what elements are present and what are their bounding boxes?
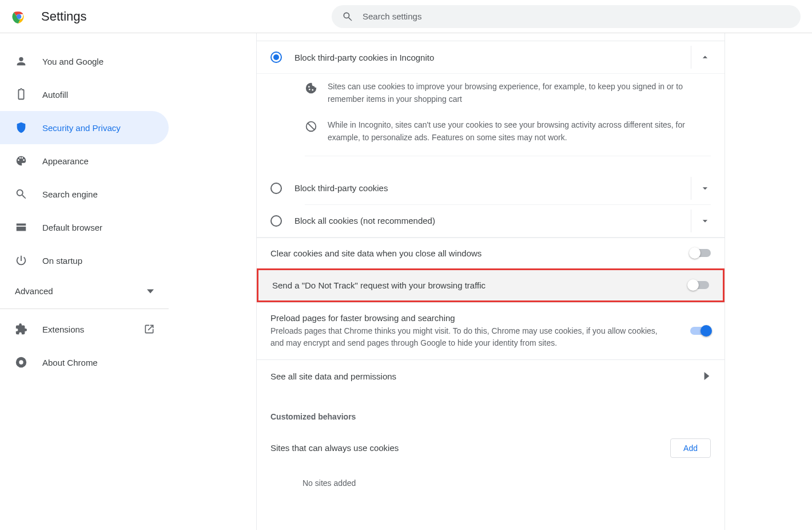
palette-icon [15, 155, 27, 167]
block-icon [305, 120, 317, 133]
divider [691, 209, 691, 232]
option-label: Block third-party cookies in Incognito [294, 53, 434, 62]
page-title: Settings [41, 9, 87, 24]
sidebar-item-label: Autofill [42, 90, 68, 100]
detail-entry-block: While in Incognito, sites can't use your… [305, 112, 711, 151]
clipboard-icon [15, 88, 27, 101]
divider [691, 177, 691, 200]
setting-description: Preloads pages that Chrome thinks you mi… [270, 325, 671, 349]
chevron-down-icon[interactable] [699, 215, 711, 227]
search-container[interactable] [332, 5, 801, 28]
setting-label: Preload pages for faster browsing and se… [270, 313, 671, 323]
sidebar-item-default-browser[interactable]: Default browser [0, 211, 169, 244]
option-label: Block all cookies (not recommended) [294, 216, 435, 226]
no-sites-note: No sites added [257, 467, 725, 499]
chevron-right-icon [703, 372, 711, 380]
chevron-up-icon[interactable] [699, 52, 711, 63]
sidebar: You and Google Autofill Security and Pri… [0, 33, 169, 530]
sidebar-item-on-startup[interactable]: On startup [0, 244, 169, 277]
cookie-option-block-all[interactable]: Block all cookies (not recommended) [257, 205, 725, 238]
open-in-new-icon [144, 323, 155, 335]
see-all-site-data-link[interactable]: See all site data and permissions [257, 359, 725, 393]
option-detail-block: Sites can use cookies to improve your br… [257, 74, 725, 172]
sidebar-item-label: You and Google [42, 57, 104, 66]
sidebar-item-autofill[interactable]: Autofill [0, 78, 169, 111]
setting-label: Clear cookies and site data when you clo… [270, 248, 481, 258]
setting-label: Send a "Do Not Track" request with your … [272, 280, 485, 290]
main-content: Block third-party cookies in Incognito S… [169, 33, 812, 530]
divider [305, 156, 711, 156]
shield-icon [15, 121, 27, 134]
sidebar-item-label: Extensions [42, 325, 84, 334]
sidebar-item-about-chrome[interactable]: About Chrome [0, 346, 169, 379]
power-icon [15, 254, 27, 267]
detail-text: While in Incognito, sites can't use your… [328, 119, 711, 144]
setting-preload-pages[interactable]: Preload pages for faster browsing and se… [257, 302, 725, 359]
cookie-option-block-incognito[interactable]: Block third-party cookies in Incognito [257, 41, 725, 74]
sidebar-item-label: Appearance [42, 156, 89, 166]
sidebar-item-label: Default browser [42, 223, 102, 232]
link-label: See all site data and permissions [270, 371, 396, 381]
caret-down-icon [147, 288, 154, 295]
sidebar-item-label: About Chrome [42, 358, 98, 367]
sidebar-divider [0, 308, 169, 309]
advanced-label: Advanced [15, 286, 53, 296]
section-heading-customized: Customized behaviors [257, 393, 725, 429]
svg-point-4 [19, 360, 23, 364]
sidebar-item-extensions[interactable]: Extensions [0, 313, 169, 346]
toggle-off[interactable] [688, 281, 709, 289]
setting-clear-on-close[interactable]: Clear cookies and site data when you clo… [257, 238, 725, 268]
chevron-down-icon[interactable] [699, 183, 711, 194]
radio-unselected[interactable] [270, 183, 282, 194]
cookie-icon [305, 82, 317, 94]
divider [691, 46, 691, 69]
sub-row-label: Sites that can always use cookies [270, 443, 399, 453]
sidebar-item-search-engine[interactable]: Search engine [0, 177, 169, 211]
detail-entry-cookie: Sites can use cookies to improve your br… [305, 74, 711, 112]
sidebar-item-label: On startup [42, 256, 82, 266]
sidebar-item-appearance[interactable]: Appearance [0, 144, 169, 177]
sidebar-advanced-toggle[interactable]: Advanced [0, 277, 169, 305]
search-input[interactable] [363, 11, 790, 21]
sidebar-item-label: Search engine [42, 189, 98, 199]
chrome-icon [15, 356, 27, 369]
setting-do-not-track[interactable]: Send a "Do Not Track" request with your … [257, 268, 725, 302]
detail-text: Sites can use cookies to improve your br… [328, 81, 711, 105]
add-button[interactable]: Add [670, 438, 711, 458]
svg-point-2 [17, 15, 21, 18]
app-header: Settings [0, 0, 812, 33]
chrome-logo-icon [11, 9, 26, 24]
sidebar-item-label: Security and Privacy [42, 123, 121, 133]
settings-panel: Block third-party cookies in Incognito S… [256, 33, 725, 530]
radio-unselected[interactable] [270, 215, 282, 227]
person-icon [15, 55, 27, 68]
toggle-off[interactable] [690, 249, 711, 257]
sidebar-item-you-and-google[interactable]: You and Google [0, 45, 169, 78]
sidebar-item-security-privacy[interactable]: Security and Privacy [0, 111, 169, 144]
radio-selected[interactable] [270, 52, 282, 63]
always-use-cookies-row: Sites that can always use cookies Add [257, 429, 725, 467]
toggle-on[interactable] [690, 327, 711, 335]
search-icon [15, 188, 27, 200]
option-label: Block third-party cookies [294, 183, 388, 193]
puzzle-icon [15, 323, 27, 335]
search-icon [342, 11, 353, 22]
browser-icon [15, 221, 27, 234]
cookie-option-block-third-party[interactable]: Block third-party cookies [257, 172, 725, 204]
